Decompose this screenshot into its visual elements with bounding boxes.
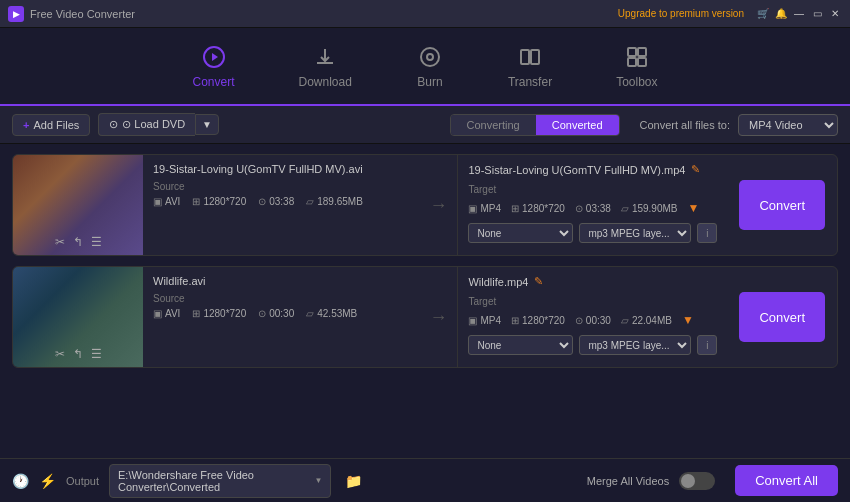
toggle-thumb xyxy=(681,474,695,488)
convert-btn-section-1: Convert xyxy=(727,155,837,255)
file-thumbnail-1: ✂ ↰ ☰ xyxy=(13,155,143,255)
plus-icon: + xyxy=(23,119,29,131)
burn-nav-icon xyxy=(416,43,444,71)
target-name-2: Wildlife.mp4 ✎ xyxy=(468,275,717,288)
nav-burn[interactable]: Burn xyxy=(404,37,456,95)
nav-transfer[interactable]: Transfer xyxy=(496,37,564,95)
arrow-section-2: → xyxy=(419,267,457,367)
source-label-1: Source xyxy=(153,181,409,192)
source-format-1: ▣ AVI xyxy=(153,196,180,207)
tab-converting[interactable]: Converting xyxy=(451,115,536,135)
audio-preset-select-1[interactable]: None xyxy=(468,223,573,243)
file-item: ✂ ↰ ☰ 19-Sistar-Loving U(GomTV FullHD MV… xyxy=(12,154,838,256)
file-item-2: ✂ ↰ ☰ Wildlife.avi Source ▣ AVI ⊞ 1280*7… xyxy=(12,266,838,368)
file-icon: ▱ xyxy=(306,196,314,207)
target-format-1: ▣ MP4 xyxy=(468,203,501,214)
source-format-2: ▣ AVI xyxy=(153,308,180,319)
target-duration-1: ⊙ 03:38 xyxy=(575,203,611,214)
svg-rect-4 xyxy=(521,50,529,64)
target-dropdown-arrow-1[interactable]: ▼ xyxy=(687,201,699,215)
edit-name-icon-2[interactable]: ✎ xyxy=(534,275,543,288)
source-label-2: Source xyxy=(153,293,409,304)
source-duration-2: ⊙ 00:30 xyxy=(258,308,294,319)
info-button-1[interactable]: i xyxy=(697,223,717,243)
effect-icon[interactable]: ↰ xyxy=(73,235,83,249)
target-name-1: 19-Sistar-Loving U(GomTV FullHD MV).mp4 … xyxy=(468,163,717,176)
source-meta-1: ▣ AVI ⊞ 1280*720 ⊙ 03:38 ▱ 189.65MB xyxy=(153,196,409,207)
merge-toggle[interactable] xyxy=(679,472,715,490)
cut-icon-2[interactable]: ✂ xyxy=(55,347,65,361)
target-res-icon-2: ⊞ xyxy=(511,315,519,326)
subtitle-icon-2[interactable]: ☰ xyxy=(91,347,102,361)
tab-converted[interactable]: Converted xyxy=(536,115,619,135)
nav-convert[interactable]: Convert xyxy=(180,37,246,95)
target-dropdown-arrow-2[interactable]: ▼ xyxy=(682,313,694,327)
app-icon: ▶ xyxy=(8,6,24,22)
target-duration-2: ⊙ 00:30 xyxy=(575,315,611,326)
source-resolution-2: ⊞ 1280*720 xyxy=(192,308,246,319)
format-icon: ▣ xyxy=(153,196,162,207)
close-button[interactable]: ✕ xyxy=(828,7,842,21)
target-resolution-1: ⊞ 1280*720 xyxy=(511,203,565,214)
target-dropdowns-1: None mp3 MPEG laye... i xyxy=(468,223,717,243)
svg-marker-1 xyxy=(212,53,218,61)
output-path[interactable]: E:\Wondershare Free Video Converter\Conv… xyxy=(109,464,331,498)
source-section-2: Source ▣ AVI ⊞ 1280*720 ⊙ 00:30 xyxy=(153,293,409,319)
edit-name-icon-1[interactable]: ✎ xyxy=(691,163,700,176)
target-file-icon: ▱ xyxy=(621,203,629,214)
target-label-1: Target xyxy=(468,184,717,195)
add-files-button[interactable]: + Add Files xyxy=(12,114,90,136)
target-dropdowns-2: None mp3 MPEG laye... i xyxy=(468,335,717,355)
svg-rect-6 xyxy=(628,48,636,56)
info-button-2[interactable]: i xyxy=(697,335,717,355)
effect-icon-2[interactable]: ↰ xyxy=(73,347,83,361)
nav-download[interactable]: Download xyxy=(287,37,364,95)
convert-all-button[interactable]: Convert All xyxy=(735,465,838,496)
title-bar: ▶ Free Video Converter Upgrade to premiu… xyxy=(0,0,850,28)
output-dropdown-arrow[interactable]: ▼ xyxy=(314,476,322,485)
minimize-button[interactable]: — xyxy=(792,7,806,21)
dvd-icon: ⊙ xyxy=(109,118,118,131)
history-icon[interactable]: 🕐 xyxy=(12,473,29,489)
help-icon[interactable]: 🔔 xyxy=(774,7,788,21)
target-section-2: Wildlife.mp4 ✎ Target ▣ MP4 ⊞ 1280*720 ⊙… xyxy=(457,267,727,367)
target-format-icon-2: ▣ xyxy=(468,315,477,326)
file-main-1: 19-Sistar-Loving U(GomTV FullHD MV).avi … xyxy=(143,155,419,255)
source-filename-1: 19-Sistar-Loving U(GomTV FullHD MV).avi xyxy=(153,163,409,175)
target-clock-icon-2: ⊙ xyxy=(575,315,583,326)
arrow-section-1: → xyxy=(419,155,457,255)
resolution-icon-2: ⊞ xyxy=(192,308,200,319)
target-clock-icon: ⊙ xyxy=(575,203,583,214)
convert-button-2[interactable]: Convert xyxy=(739,292,825,342)
app-title: Free Video Converter xyxy=(30,8,135,20)
nav-bar: Convert Download Burn Transfer xyxy=(0,28,850,106)
cut-icon[interactable]: ✂ xyxy=(55,235,65,249)
premium-icon[interactable]: 🛒 xyxy=(756,7,770,21)
format-select[interactable]: MP4 Video AVI Video MKV Video xyxy=(738,114,838,136)
bottom-bar: 🕐 ⚡ Output E:\Wondershare Free Video Con… xyxy=(0,458,850,502)
audio-preset-select-2[interactable]: None xyxy=(468,335,573,355)
file-icon-2: ▱ xyxy=(306,308,314,319)
load-dvd-dropdown-arrow[interactable]: ▼ xyxy=(195,114,219,135)
svg-rect-8 xyxy=(628,58,636,66)
merge-label: Merge All Videos xyxy=(587,475,669,487)
audio-codec-select-1[interactable]: mp3 MPEG laye... xyxy=(579,223,691,243)
convert-button-1[interactable]: Convert xyxy=(739,180,825,230)
subtitle-icon[interactable]: ☰ xyxy=(91,235,102,249)
nav-toolbox[interactable]: Toolbox xyxy=(604,37,669,95)
convert-btn-section-2: Convert xyxy=(727,267,837,367)
upgrade-link[interactable]: Upgrade to premium version xyxy=(618,8,744,19)
title-bar-left: ▶ Free Video Converter xyxy=(8,6,135,22)
download-nav-icon xyxy=(311,43,339,71)
svg-point-3 xyxy=(427,54,433,60)
nav-convert-label: Convert xyxy=(192,75,234,89)
maximize-button[interactable]: ▭ xyxy=(810,7,824,21)
tab-group: Converting Converted xyxy=(450,114,620,136)
load-dvd-button[interactable]: ⊙ ⊙ Load DVD xyxy=(98,113,195,136)
speed-icon[interactable]: ⚡ xyxy=(39,473,56,489)
source-size-2: ▱ 42.53MB xyxy=(306,308,357,319)
toolbar: + Add Files ⊙ ⊙ Load DVD ▼ Converting Co… xyxy=(0,106,850,144)
folder-browse-icon[interactable]: 📁 xyxy=(345,473,362,489)
audio-codec-select-2[interactable]: mp3 MPEG laye... xyxy=(579,335,691,355)
source-duration-1: ⊙ 03:38 xyxy=(258,196,294,207)
